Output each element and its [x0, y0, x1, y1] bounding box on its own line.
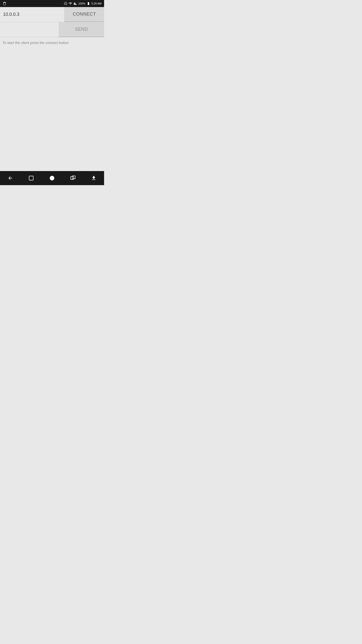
status-left	[3, 2, 7, 6]
content-area	[0, 48, 104, 171]
back-icon	[8, 175, 13, 181]
signal-icon	[73, 2, 77, 5]
main-content: CONNECT SEND To start the client press t…	[0, 7, 104, 171]
connect-button[interactable]: CONNECT	[65, 7, 104, 22]
top-row: CONNECT	[0, 7, 104, 22]
status-message: To start the client press the connect bu…	[0, 37, 104, 48]
nav-bar	[0, 171, 104, 185]
download-nav-button[interactable]	[88, 172, 100, 184]
status-text: To start the client press the connect bu…	[3, 41, 69, 45]
multiwindow-button[interactable]	[67, 172, 79, 184]
wifi-icon	[68, 2, 72, 5]
clock-icon	[64, 2, 67, 5]
send-button[interactable]: SEND	[59, 22, 104, 37]
svg-point-1	[50, 176, 54, 180]
status-bar: 100% 5:26 AM	[0, 0, 104, 7]
svg-rect-0	[29, 176, 33, 180]
status-right: 100% 5:26 AM	[64, 2, 102, 5]
recents-icon	[28, 175, 34, 181]
download-icon	[91, 175, 97, 181]
multiwindow-icon	[70, 175, 76, 181]
battery-percentage: 100%	[78, 2, 85, 5]
home-button[interactable]	[46, 172, 58, 184]
shield-icon	[3, 2, 7, 6]
send-row: SEND	[0, 22, 104, 37]
recents-button[interactable]	[25, 172, 37, 184]
back-button[interactable]	[4, 172, 16, 184]
ip-address-input[interactable]	[0, 7, 65, 22]
home-icon	[49, 175, 55, 181]
battery-icon	[86, 2, 90, 5]
time-display: 5:26 AM	[92, 2, 102, 5]
